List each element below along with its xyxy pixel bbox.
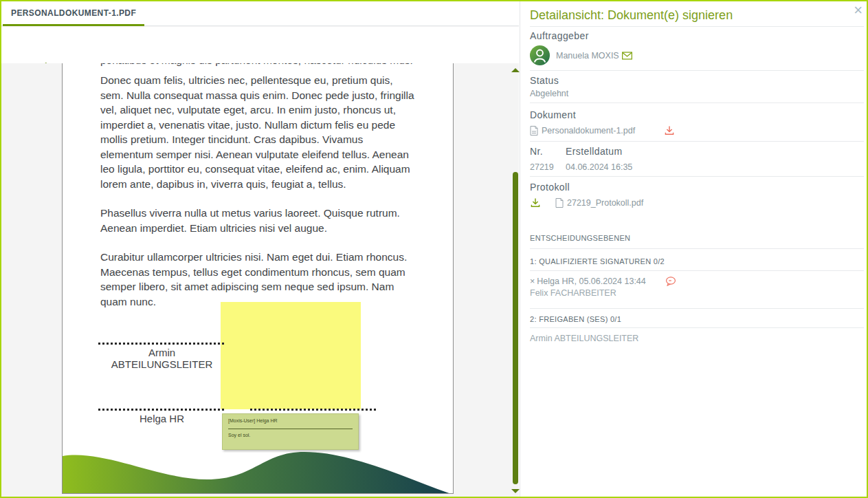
download-protokoll-icon[interactable]: [530, 197, 541, 208]
detail-panel: Detailansicht: Dokument(e) signieren × A…: [520, 1, 868, 497]
nr-label: Nr.: [530, 146, 543, 157]
nr-value: 27219: [530, 162, 554, 172]
viewer-toolbar: A ‹ 1/1▾ ›: [1, 27, 519, 63]
divider: [530, 270, 864, 271]
status-label: Status: [530, 75, 559, 86]
rejection-sticky-note[interactable]: [Moxis-User] Helga HR Soy el sol.: [222, 413, 359, 450]
protokoll-file-icon: [555, 198, 564, 208]
status-value: Abgelehnt: [530, 89, 568, 98]
pdf-page: penatibus et magnis dis parturient monte…: [62, 63, 454, 494]
document-body-text: Donec quam felis, ultricies nec, pellent…: [100, 73, 418, 309]
level1-person: Felix FACHARBEITER: [530, 288, 616, 298]
email-icon[interactable]: [622, 52, 632, 60]
protokoll-label: Protokoll: [530, 182, 570, 193]
dokument-filename[interactable]: Personaldokument-1.pdf: [542, 126, 635, 136]
dokument-label: Dokument: [530, 109, 576, 120]
signature-label-armin: Armin ABTEILUNGSLEITER: [98, 347, 225, 370]
signature-label-helga: Helga HR: [98, 413, 225, 424]
document-tab-bar: PERSONALDOKUMENT-1.PDF: [1, 1, 519, 26]
auftraggeber-row: Manuela MOXIS: [556, 51, 632, 61]
panel-title: Detailansicht: Dokument(e) signieren: [530, 8, 733, 23]
signature-line-1: [98, 343, 225, 345]
divider: [530, 102, 864, 103]
level1-entry-text: Helga HR, 05.06.2024 13:44: [537, 277, 645, 286]
moxis-document-window: PERSONALDOKUMENT-1.PDF A ‹ 1/1▾ ›: [0, 0, 868, 498]
erstelldatum-label: Erstelldatum: [566, 146, 623, 157]
divider: [530, 248, 864, 249]
note-comment: Soy el sol.: [228, 433, 353, 437]
close-icon[interactable]: ×: [854, 3, 863, 18]
divider: [530, 26, 864, 27]
auftraggeber-label: Auftraggeber: [530, 30, 589, 41]
viewer-scrollbar-thumb[interactable]: [513, 172, 518, 484]
scroll-down-icon[interactable]: [511, 489, 520, 493]
paragraph: Curabitur ullamcorper ultricies nisi. Na…: [100, 250, 418, 309]
download-file-icon[interactable]: [664, 125, 675, 136]
clipped-text-line: penatibus et magnis dis parturient monte…: [100, 63, 418, 68]
auftraggeber-name: Manuela MOXIS: [556, 51, 619, 61]
dokument-row: Personaldokument-1.pdf: [530, 125, 675, 136]
note-divider: [228, 429, 353, 429]
pdf-file-icon: [530, 126, 538, 136]
level2-person: Armin ABTEILUNGSLEITER: [530, 334, 638, 343]
footer-wave-graphic: [63, 448, 453, 493]
rejected-x-mark: ×: [530, 277, 535, 286]
protokoll-filename[interactable]: 27219_Protokoll.pdf: [567, 198, 643, 208]
divider: [530, 327, 864, 328]
divider: [530, 308, 864, 309]
signature-line-2-left: [98, 409, 225, 411]
pdf-scroll-area[interactable]: penatibus et magnis dis parturient monte…: [1, 63, 519, 497]
level2-title: 2: FREIGABEN (SES) 0/1: [530, 315, 621, 323]
level1-title: 1: QUALIFIZIERTE SIGNATUREN 0/2: [530, 257, 665, 266]
paragraph: Donec quam felis, ultricies nec, pellent…: [100, 73, 418, 191]
divider: [530, 176, 864, 177]
pdf-viewer: PERSONALDOKUMENT-1.PDF A ‹ 1/1▾ ›: [1, 1, 519, 497]
tab-personaldokument[interactable]: PERSONALDOKUMENT-1.PDF: [3, 1, 144, 26]
signature-highlight-field[interactable]: [221, 302, 361, 409]
level1-entry-row: × Helga HR, 05.06.2024 13:44: [530, 277, 676, 286]
protokoll-row: 27219_Protokoll.pdf: [530, 197, 643, 208]
erstelldatum-value: 04.06.2024 16:35: [566, 162, 632, 172]
scroll-up-icon[interactable]: [511, 68, 520, 72]
paragraph: Phasellus viverra nulla ut metus varius …: [100, 206, 418, 235]
entscheidungsebenen-header: ENTSCHEIDUNGSEBENEN: [530, 234, 630, 242]
avatar: [530, 45, 550, 65]
signature-line-2-right: [250, 409, 378, 411]
tab-label: PERSONALDOKUMENT-1.PDF: [11, 8, 136, 18]
note-author: [Moxis-User] Helga HR: [228, 418, 353, 423]
comment-icon[interactable]: [665, 277, 676, 286]
divider: [530, 141, 864, 142]
divider: [530, 70, 864, 71]
